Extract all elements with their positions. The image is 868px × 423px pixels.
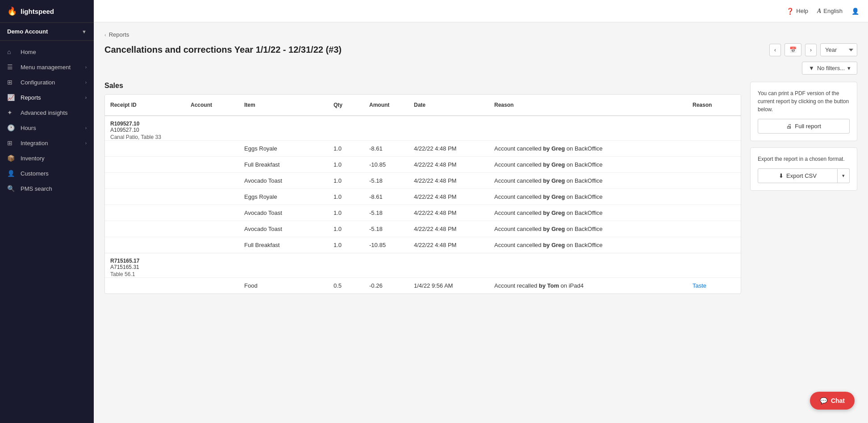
filter-button[interactable]: ▼ No filters... ▾ [802, 62, 857, 75]
col-qty: Qty [328, 99, 364, 111]
cell-account [185, 227, 239, 231]
cell-amount: -10.85 [364, 239, 409, 251]
help-button[interactable]: ❓ Help [786, 8, 808, 15]
chat-label: Chat [831, 397, 845, 404]
receipt-id-info: R715165.17 A715165.31 Table 56.1 [110, 258, 139, 277]
page-title: Cancellations and corrections Year 1/1/2… [104, 45, 342, 55]
cell-date: 4/22/22 4:48 PM [409, 175, 489, 186]
receipt-account: A715165.31 [110, 264, 139, 270]
sidebar-item-home[interactable]: ⌂ Home [0, 44, 94, 59]
table-row: Full Breakfast 1.0 -10.85 4/22/22 4:48 P… [105, 237, 741, 253]
cell-receipt-id [105, 284, 185, 288]
right-sidebar: You can print a PDF version of the curre… [750, 82, 857, 294]
cell-reason: Account cancelled by Greg on BackOffice [489, 223, 687, 235]
sidebar-item-integration[interactable]: ⊞ Integration › [0, 135, 94, 151]
advanced-insights-icon: ✦ [7, 109, 16, 116]
user-icon: 👤 [851, 8, 859, 15]
receipt-id-info: R109527.10 A109527.10 Canal Patio, Table… [110, 121, 161, 140]
cell-item: Avocado Toast [239, 175, 328, 186]
cell-item: Full Breakfast [239, 159, 328, 170]
col-receipt-id: Receipt ID [105, 99, 185, 111]
cell-reason: Account cancelled by Greg on BackOffice [489, 175, 687, 186]
period-select[interactable]: Year Month Week Day Custom [820, 43, 857, 56]
sidebar-item-reports[interactable]: 📈 Reports › [0, 90, 94, 105]
customers-icon: 👤 [7, 170, 16, 177]
menu-management-icon: ☰ [7, 63, 16, 71]
configuration-icon: ⊞ [7, 79, 16, 86]
receipt-group: R715165.17 A715165.31 Table 56.1 Food 0.… [105, 253, 741, 293]
receipt-account: A109527.10 [110, 127, 161, 133]
cell-receipt-id [105, 227, 185, 231]
cell-qty: 0.5 [328, 280, 364, 291]
cell-date: 4/22/22 4:48 PM [409, 223, 489, 235]
account-dropdown-icon: ▼ [82, 29, 87, 34]
table-row: Eggs Royale 1.0 -8.61 4/22/22 4:48 PM Ac… [105, 140, 741, 156]
chat-button[interactable]: 💬 Chat [810, 392, 855, 410]
breadcrumb-reports-link[interactable]: Reports [109, 31, 129, 38]
cell-amount: -10.85 [364, 159, 409, 170]
sidebar-item-label: PMS search [21, 185, 52, 192]
chevron-right-icon: › [85, 95, 87, 100]
cell-date: 4/22/22 4:48 PM [409, 239, 489, 251]
home-icon: ⌂ [7, 48, 16, 55]
table-row: Avocado Toast 1.0 -5.18 4/22/22 4:48 PM … [105, 221, 741, 237]
chevron-right-icon: › [85, 80, 87, 85]
cell-reason-link[interactable]: Taste [687, 280, 741, 291]
cell-reason-link [687, 195, 741, 199]
filter-icon: ▼ [809, 65, 814, 71]
cell-item: Full Breakfast [239, 239, 328, 251]
cell-receipt-id [105, 195, 185, 199]
sidebar-item-pms-search[interactable]: 🔍 PMS search [0, 181, 94, 196]
language-selector[interactable]: A English [817, 8, 843, 15]
cell-account [185, 284, 239, 288]
cell-qty: 1.0 [328, 191, 364, 202]
chevron-right-icon: › [85, 126, 87, 130]
cell-amount: -8.61 [364, 191, 409, 202]
sidebar-item-advanced-insights[interactable]: ✦ Advanced insights [0, 105, 94, 120]
reports-icon: 📈 [7, 94, 16, 101]
table-header: Receipt ID Account Item Qty Amount Date … [105, 95, 741, 116]
full-report-button[interactable]: 🖨 Full report [758, 119, 850, 134]
next-period-button[interactable]: › [805, 44, 817, 56]
table-row: Food 0.5 -0.26 1/4/22 9:56 AM Account re… [105, 277, 741, 293]
receipt-location: Table 56.1 [110, 271, 139, 277]
cell-receipt-id [105, 243, 185, 247]
filter-dropdown-icon: ▾ [847, 65, 851, 71]
sales-section-title: Sales [104, 82, 741, 90]
sidebar-item-hours[interactable]: 🕐 Hours › [0, 120, 94, 135]
sidebar-nav: ⌂ Home ☰ Menu management › ⊞ Configurati… [0, 41, 94, 423]
cell-account [185, 195, 239, 199]
cell-reason-link [687, 227, 741, 231]
language-label: English [823, 8, 843, 14]
page-content: ‹ Reports Cancellations and corrections … [94, 22, 868, 423]
cell-item: Avocado Toast [239, 207, 328, 218]
sidebar-item-customers[interactable]: 👤 Customers [0, 166, 94, 181]
sidebar-item-menu-management[interactable]: ☰ Menu management › [0, 59, 94, 75]
account-switcher[interactable]: Demo Account ▼ [0, 23, 94, 41]
receipt-info: R715165.17 A715165.31 Table 56.1 [105, 253, 741, 277]
print-icon: 🖨 [786, 123, 792, 130]
user-menu[interactable]: 👤 [851, 8, 859, 15]
export-csv-button[interactable]: ⬇ Export CSV [758, 168, 838, 183]
col-account: Account [185, 99, 239, 111]
logo-icon: 🔥 [7, 6, 17, 16]
main-content: ❓ Help A English 👤 ‹ Reports Cancellatio… [94, 0, 868, 423]
help-label: Help [796, 8, 808, 14]
prev-period-button[interactable]: ‹ [769, 44, 781, 56]
cell-qty: 1.0 [328, 207, 364, 218]
calendar-button[interactable]: 📅 [785, 43, 801, 56]
sidebar-item-label: Integration [21, 140, 48, 147]
sidebar-item-label: Advanced insights [21, 109, 68, 116]
sidebar-item-inventory[interactable]: 📦 Inventory [0, 151, 94, 166]
cell-reason-link [687, 163, 741, 167]
export-dropdown-button[interactable]: ▾ [838, 168, 850, 183]
pms-search-icon: 🔍 [7, 185, 16, 192]
col-reason-2: Reason [687, 99, 741, 111]
sidebar-item-configuration[interactable]: ⊞ Configuration › [0, 75, 94, 90]
cell-reason: Account cancelled by Greg on BackOffice [489, 239, 687, 251]
cell-reason-link [687, 179, 741, 183]
col-amount: Amount [364, 99, 409, 111]
cell-receipt-id [105, 163, 185, 167]
breadcrumb: ‹ Reports [104, 31, 857, 38]
receipt-location: Canal Patio, Table 33 [110, 134, 161, 140]
